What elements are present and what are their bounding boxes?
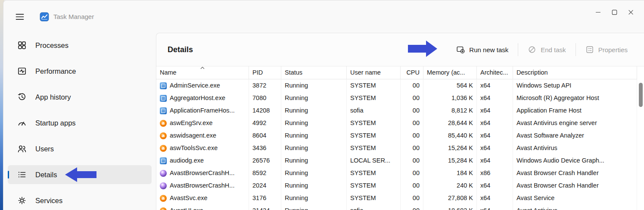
cell-arch: x64 bbox=[477, 204, 513, 210]
table-row[interactable]: audiodg.exe26576RunningLOCAL SER...0015,… bbox=[156, 154, 637, 167]
scrollbar-thumb[interactable] bbox=[639, 83, 643, 107]
cell-pid: 3436 bbox=[249, 142, 281, 154]
table-row[interactable]: aswidsagent.exe8604RunningSYSTEM0085,440… bbox=[156, 129, 637, 142]
cell-arch: x86 bbox=[477, 167, 513, 179]
avast-icon bbox=[160, 145, 167, 152]
table-row[interactable]: AdminService.exe3872RunningSYSTEM00564 K… bbox=[156, 79, 637, 92]
sidebar-item-app-history[interactable]: App history bbox=[8, 88, 152, 107]
end-task-label: End task bbox=[541, 46, 566, 53]
titlebar: Task Manager bbox=[3, 0, 644, 33]
cell-user: SYSTEM bbox=[347, 179, 401, 192]
properties-icon bbox=[585, 45, 594, 54]
column-header-arch[interactable]: Architec... bbox=[477, 66, 513, 79]
avast-icon bbox=[160, 132, 167, 139]
table-row[interactable]: AvastBrowserCrashH...2024RunningSYSTEM00… bbox=[156, 179, 637, 192]
cell-pid: 8592 bbox=[249, 167, 281, 179]
cell-pid: 4992 bbox=[249, 117, 281, 129]
cell-pid: 3872 bbox=[249, 79, 281, 92]
column-header-user[interactable]: User name bbox=[347, 66, 401, 79]
cell-name: audiodg.exe bbox=[156, 154, 249, 167]
process-name: aswEngSrv.exe bbox=[170, 117, 213, 129]
avast-browser-icon bbox=[160, 170, 167, 177]
cell-user: SYSTEM bbox=[347, 117, 401, 129]
cell-memory: 15,264 K bbox=[423, 142, 477, 154]
column-header-status[interactable]: Status bbox=[281, 66, 347, 79]
cell-pid: 14208 bbox=[249, 104, 281, 117]
sidebar-item-users[interactable]: Users bbox=[8, 139, 152, 158]
table-row[interactable]: aswToolsSvc.exe3436RunningSYSTEM0015,264… bbox=[156, 142, 637, 154]
cell-user: LOCAL SER... bbox=[347, 154, 401, 167]
cell-name: AggregatorHost.exe bbox=[156, 92, 249, 104]
cell-status: Running bbox=[281, 192, 347, 204]
cell-arch: x64 bbox=[477, 79, 513, 92]
toolbar-separator bbox=[518, 43, 518, 56]
cell-user: SYSTEM bbox=[347, 92, 401, 104]
process-name: AggregatorHost.exe bbox=[170, 92, 225, 104]
cell-name: AvastSvc.exe bbox=[156, 192, 249, 204]
process-name: ApplicationFrameHos... bbox=[170, 104, 235, 117]
cell-memory: 18,692 K bbox=[423, 204, 477, 210]
cell-memory: 27,808 K bbox=[423, 192, 477, 204]
panel-header: Details Run new task End task bbox=[156, 33, 644, 66]
cell-name: ApplicationFrameHos... bbox=[156, 104, 249, 117]
cell-description: Avast Antivirus engine server bbox=[513, 117, 637, 129]
hamburger-icon bbox=[15, 12, 25, 22]
sidebar-item-details[interactable]: Details bbox=[8, 165, 152, 184]
performance-icon bbox=[17, 66, 27, 76]
cell-pid: 3176 bbox=[249, 192, 281, 204]
close-button[interactable] bbox=[622, 3, 639, 21]
app-title: Task Manager bbox=[53, 13, 94, 20]
cell-arch: x64 bbox=[477, 179, 513, 192]
sidebar-item-performance[interactable]: Performance bbox=[8, 62, 152, 81]
table-row[interactable]: AvastBrowserCrashH...8592RunningSYSTEM00… bbox=[156, 167, 637, 179]
column-header-pid[interactable]: PID bbox=[249, 66, 281, 79]
cell-user: SYSTEM bbox=[347, 167, 401, 179]
process-name: AvastSvc.exe bbox=[170, 192, 208, 204]
cell-status: Running bbox=[281, 104, 347, 117]
column-header-cpu[interactable]: CPU bbox=[401, 66, 423, 79]
run-new-task-button[interactable]: Run new task bbox=[450, 42, 514, 57]
sidebar-item-services[interactable]: Services bbox=[8, 191, 152, 210]
sidebar-item-label: Details bbox=[35, 171, 57, 179]
cell-name: aswidsagent.exe bbox=[156, 129, 249, 142]
end-task-button[interactable]: End task bbox=[522, 42, 572, 57]
cell-name: aswEngSrv.exe bbox=[156, 117, 249, 129]
maximize-icon bbox=[612, 9, 617, 15]
vertical-scrollbar[interactable] bbox=[638, 81, 643, 210]
minimize-button[interactable] bbox=[590, 3, 606, 21]
process-name: AvastBrowserCrashH... bbox=[170, 167, 234, 179]
cell-cpu: 00 bbox=[401, 192, 423, 204]
cell-description: Windows Audio Device Graph... bbox=[513, 154, 637, 167]
cell-status: Running bbox=[281, 129, 347, 142]
sidebar-item-processes[interactable]: Processes bbox=[8, 36, 152, 55]
properties-button[interactable]: Properties bbox=[579, 42, 634, 57]
table-row[interactable]: AvastUI.exe31434Runningsofia0018,692 Kx6… bbox=[156, 204, 637, 210]
app-history-icon bbox=[17, 92, 27, 102]
cell-cpu: 00 bbox=[401, 92, 423, 104]
task-manager-window: Task Manager ProcessesPerformanceApp his… bbox=[3, 0, 644, 210]
hamburger-menu-button[interactable] bbox=[11, 8, 28, 25]
cell-memory: 15,284 K bbox=[423, 154, 477, 167]
cell-arch: x64 bbox=[477, 92, 513, 104]
column-header-name[interactable]: Name bbox=[156, 66, 249, 79]
cell-description: Windows Setup API bbox=[513, 79, 637, 92]
sidebar-item-label: Performance bbox=[35, 67, 76, 75]
sidebar-item-startup-apps[interactable]: Startup apps bbox=[8, 113, 152, 132]
page-title: Details bbox=[168, 45, 193, 54]
cell-memory: 28,644 K bbox=[423, 117, 477, 129]
column-header-description[interactable]: Description bbox=[513, 66, 637, 79]
users-icon bbox=[17, 144, 27, 154]
minimize-icon bbox=[595, 9, 601, 15]
cell-cpu: 00 bbox=[401, 179, 423, 192]
maximize-button[interactable] bbox=[606, 3, 622, 21]
cell-pid: 2024 bbox=[249, 179, 281, 192]
table-row[interactable]: AggregatorHost.exe7080RunningSYSTEM001,0… bbox=[156, 92, 637, 104]
table-row[interactable]: aswEngSrv.exe4992RunningSYSTEM0028,644 K… bbox=[156, 117, 637, 129]
end-task-icon bbox=[528, 45, 536, 54]
windows-app-icon bbox=[160, 95, 167, 102]
table-row[interactable]: AvastSvc.exe3176RunningSYSTEM0027,808 Kx… bbox=[156, 192, 637, 204]
table-row[interactable]: ApplicationFrameHos...14208Runningsofia0… bbox=[156, 104, 637, 117]
column-header-memory[interactable]: Memory (ac... bbox=[423, 66, 477, 79]
cell-status: Running bbox=[281, 167, 347, 179]
avast-icon bbox=[160, 120, 167, 127]
